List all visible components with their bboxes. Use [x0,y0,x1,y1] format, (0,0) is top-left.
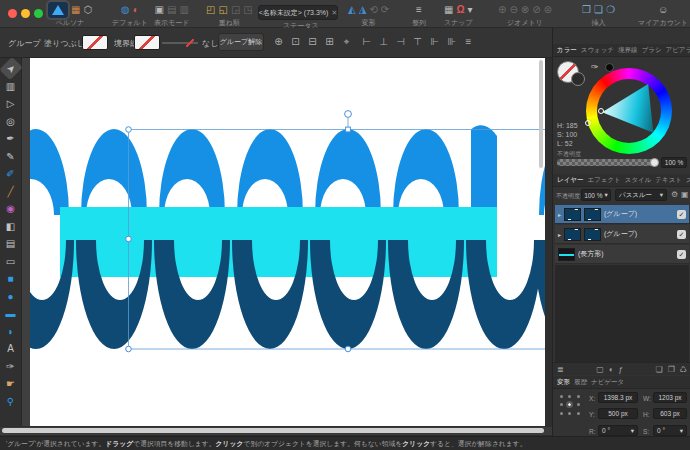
new-group-icon[interactable]: ❐ [668,365,675,374]
distribute-vertical-icon[interactable]: ⊪ [445,34,458,50]
tab-swatches[interactable]: スウォッチ [581,46,614,55]
text-tool[interactable]: A [2,341,20,356]
move-to-front-icon[interactable]: ◰ [206,1,215,18]
geometry-intersect-icon[interactable]: ⊗ [521,1,529,18]
hide-selection-icon[interactable]: ⊟ [306,34,319,50]
x-field[interactable]: 1398.3 px [598,392,638,403]
layer-row-group-2[interactable]: ▸ (グループ) ✓ [555,225,689,244]
tab-styles[interactable]: スタイル [625,176,652,185]
hue-selector[interactable] [585,120,591,126]
layer-name[interactable]: (長方形) [578,249,674,259]
rotation-field[interactable]: 0 ° ▾ [598,425,638,436]
gear-icon[interactable]: ⚙ [671,190,678,199]
tab-transform[interactable]: 変形 [557,378,570,387]
flip-horizontal-icon[interactable]: ◭ [348,1,356,18]
geometry-divide-icon[interactable]: ⊘ [532,1,540,18]
fill-tool[interactable]: ◧ [2,219,20,234]
stroke-swatch[interactable] [134,35,160,50]
eyedropper-icon[interactable]: ✑ [591,62,599,72]
y-field[interactable]: 500 px [598,408,638,419]
stroke-width-slider[interactable] [162,42,198,44]
flip-vertical-icon[interactable]: ◮ [359,1,367,18]
layer-effects-icon[interactable]: ƒ [619,365,623,374]
designer-persona-icon[interactable] [48,2,68,18]
point-transform-tool[interactable]: ◎ [2,114,20,129]
opacity-value-box[interactable]: 100 % [661,157,687,168]
retina-view-icon[interactable]: ▥ [179,1,188,18]
tab-navigator[interactable]: ナビゲータ [591,378,624,387]
hand-tool[interactable]: ☛ [2,376,20,391]
move-to-back-icon[interactable]: ◳ [243,1,252,18]
bottom-left-handle[interactable] [126,346,132,352]
edit-all-layers-icon[interactable]: ≣ [557,365,564,374]
opacity-slider-knob[interactable] [650,158,659,167]
export-persona-icon[interactable]: ⬡ [83,1,92,18]
horizontal-scrollbar-track[interactable] [0,427,552,435]
show-selection-box-icon[interactable]: ⊞ [323,34,336,50]
align-center-icon[interactable]: ⊥ [377,34,390,50]
space-evenly-icon[interactable]: ≡ [462,34,475,50]
zoom-tool[interactable]: ⚲ [2,394,20,409]
top-left-handle[interactable] [126,127,132,133]
tab-stroke[interactable]: 境界線 [618,46,638,55]
layer-visibility-checkbox[interactable]: ✓ [677,230,686,239]
tab-history[interactable]: 履歴 [574,378,587,387]
rectangle-tool[interactable]: ■ [2,271,20,286]
transform-origin-icon[interactable]: ⊕ [272,34,285,50]
ungroup-button[interactable]: グループ解除 [218,33,264,51]
close-window-button[interactable] [8,9,17,18]
lightness-value[interactable]: 52 [565,140,573,147]
artboard-tool[interactable]: ▥ [2,79,20,94]
place-image-tool[interactable]: ▤ [2,236,20,251]
shear-field[interactable]: 0 ° ▾ [653,425,687,436]
align-left-icon[interactable]: ⊢ [360,34,373,50]
expand-layer-icon[interactable]: ▸ [558,211,561,218]
hue-value[interactable]: 185 [566,122,578,129]
tab-text[interactable]: テキスト [655,176,682,185]
w-field[interactable]: 1203 px [653,392,687,403]
vector-view-icon[interactable]: ▣ [154,1,163,18]
layer-name[interactable]: (グループ) [604,209,674,219]
default-colors-icon[interactable]: ◍ [121,1,130,18]
paint-brush-tool[interactable]: ╱ [2,184,20,199]
layer-visibility-checkbox[interactable]: ✓ [677,250,686,259]
insert-inside-icon[interactable]: ❐ [582,1,591,18]
mask-layer-icon[interactable]: ▢ [596,365,604,374]
cyan-rectangle[interactable] [60,207,497,277]
expand-layer-icon[interactable]: ▸ [558,231,561,238]
tab-effects[interactable]: エフェクト [587,176,620,185]
canvas-viewport[interactable] [22,58,545,426]
h-field[interactable]: 603 px [653,408,687,419]
rounded-rectangle-tool[interactable]: ▬ [2,306,20,321]
align-top-icon[interactable]: ⊤ [411,34,424,50]
custom-shape-tool[interactable]: ◗ [2,324,20,339]
geometry-subtract-icon[interactable]: ⊖ [509,1,517,18]
triangle-selector[interactable] [598,108,604,114]
tab-layers[interactable]: レイヤー [557,176,583,185]
color-picker-tool[interactable]: ✑ [2,359,20,374]
horizontal-scrollbar[interactable] [2,428,544,433]
rotate-cw-icon[interactable]: ⟳ [381,1,389,18]
snap-dropdown-icon[interactable]: ▾ [468,1,473,18]
layers-opacity-dropdown[interactable]: 100 % ▾ [581,189,611,201]
layer-name[interactable]: (グループ) [604,229,674,239]
magnet-icon[interactable]: Ω [457,1,465,18]
adjustment-layer-icon[interactable]: ◐ [609,365,614,374]
enable-snapping-candidates-icon[interactable]: ⊡ [289,34,302,50]
vertical-scrollbar[interactable] [539,60,543,168]
alignment-icon[interactable]: ≡ [416,1,422,18]
tab-color[interactable]: カラー [557,46,577,55]
rotation-handle[interactable] [345,111,352,118]
node-tool[interactable]: ▷ [2,96,20,111]
user-icon[interactable]: ☺ [658,1,668,18]
tab-brushes[interactable]: ブラシ [642,46,662,55]
stroke-slider-handle[interactable] [186,39,194,47]
vector-brush-tool[interactable]: ✐ [2,166,20,181]
mid-left-handle[interactable] [126,236,132,242]
layer-visibility-checkbox[interactable]: ✓ [677,210,686,219]
lock-icon[interactable]: ▣ [681,190,689,199]
swap-colors-icon[interactable]: ◐ [133,1,139,18]
rotate-ccw-icon[interactable]: ⟲ [369,1,377,18]
move-tool[interactable]: ➤ [0,57,22,80]
geometry-combine-icon[interactable]: ⊜ [544,1,552,18]
